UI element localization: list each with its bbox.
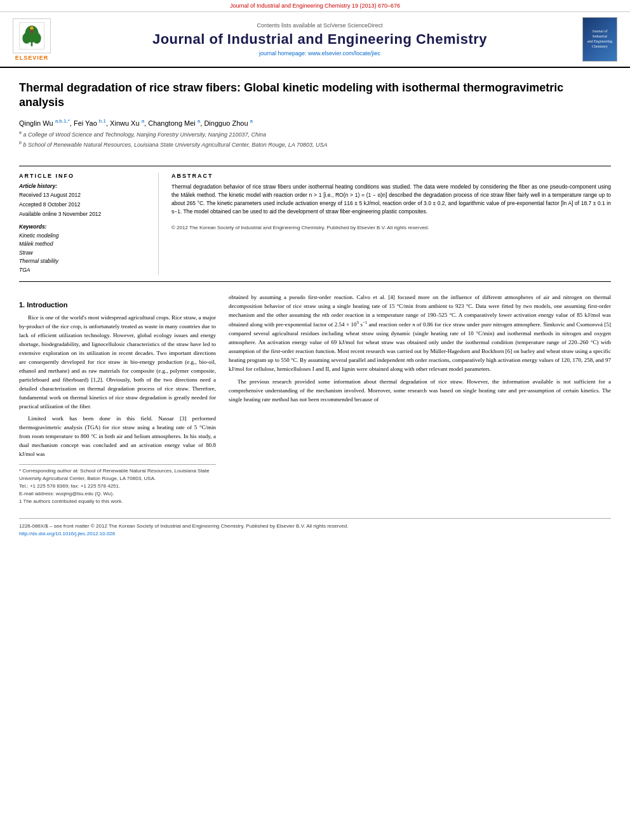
svg-point-3: [22, 32, 30, 43]
journal-title-block: Contents lists available at SciVerse Sci…: [57, 22, 582, 57]
intro-paragraph-1: Rice is one of the world's most widespre…: [19, 314, 216, 411]
keyword-5: TGA: [19, 266, 149, 275]
left-column: 1. Introduction Rice is one of the world…: [19, 293, 216, 506]
right-column: obtained by assuming a pseudo first-orde…: [229, 293, 611, 506]
journal-homepage: journal homepage: www.elsevier.com/locat…: [57, 50, 582, 57]
keywords-title: Keywords:: [19, 223, 149, 230]
footnote-corresponding: * Corresponding author at: School of Ren…: [19, 467, 216, 483]
accepted-date: Accepted 8 October 2012: [19, 201, 149, 209]
svg-rect-6: [30, 29, 33, 32]
journal-reference-text: Journal of Industrial and Engineering Ch…: [230, 3, 400, 9]
article-info-heading: ARTICLE INFO: [19, 173, 149, 179]
journal-thumb-text: Journal of Industrialand EngineeringChem…: [585, 29, 615, 49]
journal-header: ELSEVIER Contents lists available at Sci…: [0, 12, 630, 68]
author-sep1: , Fei Yao: [70, 119, 99, 126]
journal-main-title: Journal of Industrial and Engineering Ch…: [57, 31, 582, 48]
keywords-section: Keywords: Kinetic modeling Málek method …: [19, 223, 149, 275]
article-history-title: Article history:: [19, 183, 149, 189]
svg-point-4: [32, 32, 41, 43]
keywords-list: Kinetic modeling Málek method Straw Ther…: [19, 232, 149, 275]
article-title-section: Thermal degradation of rice straw fibers…: [0, 68, 630, 157]
intro-paragraph-2: Limited work has been done in this field…: [19, 415, 216, 459]
elsevier-logo-block: ELSEVIER: [6, 18, 57, 61]
keyword-3: Straw: [19, 249, 149, 258]
footnote-email: E-mail address: wuqing@lsu.edu (Q. Wu).: [19, 490, 216, 498]
abstract-copyright: © 2012 The Korean Society of Industrial …: [171, 225, 429, 230]
author-sup-e: a: [250, 118, 253, 124]
received-date: Received 13 August 2012: [19, 191, 149, 199]
authors-line: Qinglin Wu a,b,1,*, Fei Yao b,1, Xinwu X…: [19, 118, 611, 127]
elsevier-brand-text: ELSEVIER: [15, 55, 49, 61]
affiliation-b: b b School of Renewable Natural Resource…: [19, 140, 611, 148]
elsevier-logo-box: [13, 18, 51, 53]
author-sep4: , Dingguo Zhou: [200, 119, 250, 126]
footnote-tel: Tel.: +1 225 578 8369; fax: +1 225 578 4…: [19, 483, 216, 490]
sciverse-line: Contents lists available at SciVerse Sci…: [57, 22, 582, 29]
main-body: 1. Introduction Rice is one of the world…: [19, 293, 611, 506]
journal-reference-bar: Journal of Industrial and Engineering Ch…: [0, 0, 630, 12]
available-date: Available online 3 November 2012: [19, 210, 149, 218]
author-names: Qinglin Wu: [19, 119, 55, 126]
bottom-doi: http://dx.doi.org/10.1016/j.jiec.2012.10…: [19, 530, 611, 538]
right-paragraph-2: The previous research provided some info…: [229, 378, 611, 404]
keyword-4: Thermal stability: [19, 257, 149, 266]
keyword-2: Málek method: [19, 240, 149, 249]
abstract-panel: ABSTRACT Thermal degradation behavior of…: [171, 173, 611, 274]
author-sup-b: b,1: [99, 118, 106, 124]
abstract-heading: ABSTRACT: [171, 173, 611, 179]
introduction-heading: 1. Introduction: [19, 300, 216, 310]
article-title: Thermal degradation of rice straw fibers…: [19, 81, 611, 110]
right-paragraph-1: obtained by assuming a pseudo first-orde…: [229, 293, 611, 374]
author-sup-a: a,b,1,*: [55, 118, 70, 124]
info-abstract-grid: ARTICLE INFO Article history: Received 1…: [19, 166, 611, 281]
svg-point-5: [30, 26, 33, 29]
journal-cover-thumbnail: Journal of Industrialand EngineeringChem…: [582, 17, 617, 62]
author-sep2: , Xinwu Xu: [106, 119, 142, 126]
author-sep3: , Changtong Mei: [144, 119, 198, 126]
footnote-divider: [19, 464, 216, 465]
footnote-note1: 1 The authors contributed equally to thi…: [19, 498, 216, 505]
affiliation-a: a a College of Wood Science and Technolo…: [19, 130, 611, 138]
elsevier-tree-icon: [19, 22, 44, 50]
article-info-panel: ARTICLE INFO Article history: Received 1…: [19, 173, 159, 274]
abstract-body: Thermal degradation behavior of rice str…: [171, 183, 611, 232]
bottom-issn: 1226-086X/$ – see front matter © 2012 Th…: [19, 523, 611, 530]
bottom-bar: 1226-086X/$ – see front matter © 2012 Th…: [19, 518, 611, 538]
keyword-1: Kinetic modeling: [19, 232, 149, 241]
